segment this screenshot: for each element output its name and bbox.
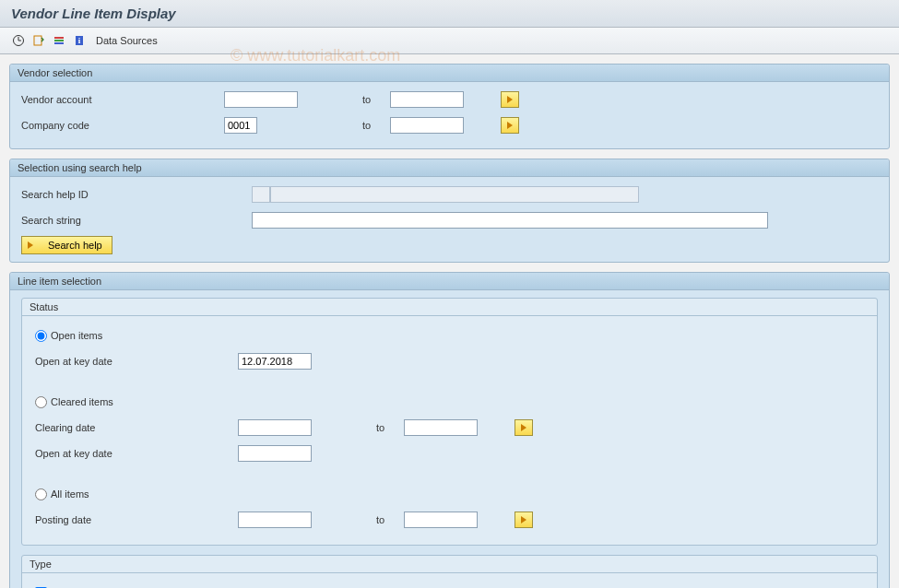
posting-date-from-input[interactable]: [238, 512, 312, 528]
search-help-id-short[interactable]: [252, 186, 270, 203]
main-content: Vendor selection Vendor account to Compa…: [0, 54, 899, 588]
posting-date-to-input[interactable]: [404, 512, 478, 528]
search-help-group: Selection using search help Search help …: [9, 159, 890, 263]
title-bar: Vendor Line Item Display: [0, 0, 899, 28]
search-string-input[interactable]: [252, 212, 768, 229]
to-label: to: [362, 94, 381, 105]
status-group: Status Open items Open at key date Clear…: [21, 298, 878, 546]
execute-icon[interactable]: [9, 31, 28, 50]
clearing-date-from-input[interactable]: [238, 419, 312, 436]
vendor-account-label: Vendor account: [21, 94, 224, 105]
arrow-right-icon: [521, 516, 526, 523]
type-group: Type Normal items Special G/L transactio…: [21, 555, 878, 588]
svg-rect-3: [34, 36, 41, 45]
vendor-account-to-input[interactable]: [390, 91, 464, 108]
arrow-right-icon: [28, 241, 33, 249]
to-label: to: [362, 120, 381, 131]
search-help-id-label: Search help ID: [21, 189, 252, 200]
open-at-key-date2-input[interactable]: [238, 445, 312, 462]
all-items-radio[interactable]: [35, 488, 47, 500]
search-string-label: Search string: [21, 215, 252, 226]
search-help-button[interactable]: Search help: [21, 236, 112, 254]
open-at-key-date2-label: Open at key date: [35, 448, 238, 459]
vendor-account-multi-button[interactable]: [501, 91, 519, 108]
open-at-key-date-input[interactable]: [238, 353, 312, 370]
arrow-right-icon: [507, 96, 513, 103]
clearing-date-to-input[interactable]: [404, 419, 478, 436]
page-title: Vendor Line Item Display: [11, 6, 176, 21]
svg-rect-6: [54, 42, 64, 44]
arrow-right-icon: [521, 424, 526, 431]
svg-rect-4: [54, 37, 64, 39]
to-label: to: [376, 422, 395, 433]
search-help-button-label: Search help: [48, 240, 102, 251]
status-header: Status: [22, 299, 877, 316]
company-code-to-input[interactable]: [390, 117, 464, 134]
all-items-label: All items: [51, 488, 89, 500]
line-item-selection-header: Line item selection: [10, 273, 889, 290]
svg-rect-5: [54, 40, 64, 41]
company-code-from-input[interactable]: [224, 117, 257, 134]
open-at-key-date-label: Open at key date: [35, 356, 238, 367]
company-code-multi-button[interactable]: [501, 117, 519, 134]
search-help-header: Selection using search help: [10, 159, 889, 177]
open-items-radio[interactable]: [35, 330, 47, 342]
data-sources-label[interactable]: Data Sources: [96, 35, 158, 46]
arrow-right-icon: [507, 122, 513, 129]
posting-date-label: Posting date: [35, 514, 238, 525]
vendor-account-from-input[interactable]: [224, 91, 298, 108]
open-items-label: Open items: [51, 330, 102, 341]
posting-date-multi-button[interactable]: [515, 512, 533, 528]
info-icon[interactable]: i: [70, 31, 89, 50]
type-header: Type: [22, 556, 877, 573]
toolbar: i Data Sources: [0, 28, 899, 54]
cleared-items-label: Cleared items: [51, 396, 113, 407]
line-item-selection-group: Line item selection Status Open items Op…: [9, 272, 890, 588]
vendor-selection-header: Vendor selection: [10, 65, 889, 82]
to-label: to: [376, 514, 395, 525]
clearing-date-multi-button[interactable]: [515, 419, 533, 436]
vendor-selection-group: Vendor selection Vendor account to Compa…: [9, 64, 890, 149]
variant-icon[interactable]: [30, 31, 48, 50]
choose-icon[interactable]: [50, 31, 68, 50]
search-help-id-input[interactable]: [270, 186, 639, 203]
clearing-date-label: Clearing date: [35, 422, 238, 433]
company-code-label: Company code: [21, 120, 224, 131]
cleared-items-radio[interactable]: [35, 396, 47, 408]
